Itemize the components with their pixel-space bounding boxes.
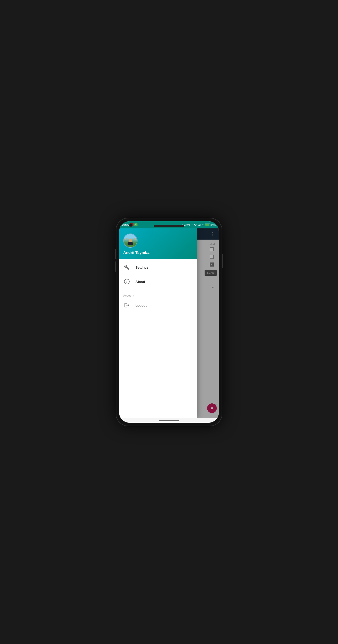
settings-icon (123, 264, 130, 271)
svg-rect-2 (199, 224, 200, 226)
account-section: Account Logout (119, 290, 197, 313)
volume-down-button[interactable] (115, 261, 116, 272)
power-button[interactable] (222, 254, 223, 268)
about-label: About (135, 280, 145, 284)
screen: 23:56 🏴 G 0.23K/s (119, 221, 219, 423)
svg-rect-1 (199, 225, 199, 226)
drawer-scrim[interactable] (197, 228, 219, 418)
avatar (123, 233, 137, 248)
about-icon: i (123, 278, 130, 285)
logout-label: Logout (135, 303, 147, 307)
navigation-drawer: Andrii Tsymbal (119, 228, 197, 418)
battery-fill (205, 224, 209, 226)
logout-icon (123, 302, 130, 309)
volume-up-button[interactable] (115, 249, 116, 259)
svg-rect-4 (201, 224, 201, 226)
status-time: 23:56 (122, 224, 129, 226)
status-right: 0.23K/s (182, 223, 216, 226)
gesture-bar-area (119, 418, 219, 423)
gesture-indicator (159, 420, 179, 421)
drawer-menu: Settings i About (119, 259, 197, 418)
info-circle-icon: i (124, 279, 130, 284)
account-section-label: Account (119, 291, 197, 298)
alarm-icon (191, 224, 193, 226)
menu-item-about[interactable]: i About (119, 274, 197, 289)
user-name: Andrii Tsymbal (123, 250, 193, 255)
svg-rect-3 (200, 224, 201, 226)
main-content: ⋮ ded ✓ LEAN ▾ vice (119, 228, 219, 418)
main-menu-section: Settings i About (119, 259, 197, 290)
battery-percent: 89% (211, 224, 216, 226)
settings-label: Settings (135, 266, 148, 269)
wrench-svg-icon (124, 265, 130, 270)
camera-bar (154, 225, 184, 227)
phone-device: 23:56 🏴 G 0.23K/s (116, 218, 222, 426)
logout-svg-icon (124, 302, 130, 308)
charging-icon (202, 224, 204, 226)
front-camera (129, 223, 132, 227)
svg-rect-0 (198, 225, 198, 226)
battery-indicator (205, 224, 210, 226)
wifi-icon (194, 223, 197, 226)
signal-icon (198, 224, 201, 226)
drawer-header: Andrii Tsymbal (119, 228, 197, 259)
phone-screen: 23:56 🏴 G 0.23K/s (119, 221, 219, 423)
menu-item-logout[interactable]: Logout (119, 298, 197, 312)
menu-item-settings[interactable]: Settings (119, 260, 197, 274)
app-icon: G (134, 223, 137, 226)
